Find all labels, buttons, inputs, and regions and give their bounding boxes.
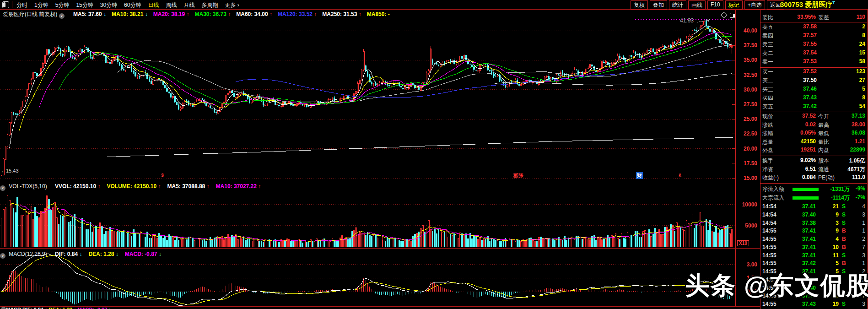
tick-row-2[interactable]: 14:5437.383S1: [760, 220, 867, 228]
menu-item-9[interactable]: 多周期: [201, 1, 218, 9]
info-label-2: 最低: [818, 130, 829, 137]
buy-row-5[interactable]: 买五37.4254: [760, 103, 867, 112]
tick-time: 14:55: [762, 236, 776, 242]
info-row-5[interactable]: 换手9.02%股本1.05亿: [760, 157, 867, 165]
tick-price: 37.41: [802, 203, 816, 210]
tick-count: 1: [862, 228, 865, 234]
flow-row-0[interactable]: 净流入额-1331万-9%: [760, 185, 867, 194]
flow-pct: -7%: [856, 194, 865, 201]
flow-value: -1114万: [831, 194, 850, 202]
tick-row-4[interactable]: 14:5537.414B2: [760, 236, 867, 244]
buy-volume: 123: [856, 68, 865, 75]
up-arrow-icon: ↑: [205, 183, 209, 190]
axis-tick-label: 35.00: [744, 57, 757, 63]
buy-row-3[interactable]: 买三37.465: [760, 86, 867, 94]
buy-row-2[interactable]: 买二37.5027: [760, 77, 867, 86]
toolbar-button-2[interactable]: 统计: [669, 0, 686, 10]
axis-tick-label: 20.00: [744, 146, 757, 152]
chart-marker-2[interactable]: 财: [636, 172, 643, 179]
tick-volume: 5: [836, 260, 839, 266]
info-label-2: 内盘: [818, 146, 829, 154]
indicator-value-0: VVOL: 42150.10 ↑: [55, 183, 100, 190]
info-row-3[interactable]: 总量42150量比1.21: [760, 138, 867, 146]
menu-item-7[interactable]: 周线: [166, 1, 177, 9]
down-arrow-icon: ↓: [78, 251, 82, 257]
menu-item-0[interactable]: 分时: [16, 1, 27, 9]
menu-item-2[interactable]: 5分钟: [55, 1, 70, 9]
volume-chart-canvas[interactable]: [0, 182, 735, 248]
chart-marker-1[interactable]: 猴张: [513, 172, 523, 179]
info-label-1: 涨幅: [762, 130, 773, 137]
sell-label: 卖二: [762, 49, 773, 57]
menu-item-10[interactable]: 更多 ›: [225, 1, 239, 9]
info-value-2: 36.08: [852, 130, 865, 136]
toolbar-button-6[interactable]: +自选: [744, 0, 765, 10]
menu-item-5[interactable]: 60分钟: [124, 1, 141, 9]
sell-row-1[interactable]: 卖一37.5358: [760, 58, 867, 67]
info-label-2: 最高: [818, 121, 829, 129]
tick-side: S: [842, 220, 846, 226]
info-row-6[interactable]: 净资6.51流通4671万: [760, 166, 867, 174]
down-arrow-icon: ↓: [157, 251, 161, 257]
tick-row-5[interactable]: 14:5537.4110B7: [760, 244, 867, 252]
buy-label: 买三: [762, 86, 773, 93]
axis-tick-label: 10000: [742, 201, 757, 208]
tick-price: 37.41: [802, 244, 816, 250]
chart-marker-3[interactable]: ŝ: [679, 173, 681, 178]
clipped-fragment-0: MACD.DIF: 0.84: [6, 307, 43, 309]
vol-indicator-icon[interactable]: ∨: [0, 185, 5, 191]
weibi-row[interactable]: 委比33.95%委差110: [760, 14, 867, 22]
axis-tick-label: 40.00: [744, 27, 757, 34]
menu-item-3[interactable]: 15分钟: [76, 1, 93, 9]
tick-side: S: [842, 252, 846, 259]
window-icon[interactable]: [2, 1, 9, 8]
buy-label: 买二: [762, 77, 773, 85]
vol-indicator-title: VOL-TDX(5,10): [9, 183, 47, 190]
menu-item-8[interactable]: 月线: [183, 1, 194, 9]
info-row-7[interactable]: 收益(-)0.084PE(动)111.0: [760, 174, 867, 182]
down-arrow-icon: ↓: [114, 251, 118, 257]
menu-item-1[interactable]: 1分钟: [34, 1, 49, 9]
buy-label: 买五: [762, 103, 773, 111]
weibi-value: 33.95%: [797, 14, 816, 20]
tick-row-7[interactable]: 14:5537.425B1: [760, 260, 867, 268]
sell-row-4[interactable]: 卖四37.578: [760, 32, 867, 41]
toolbar-button-0[interactable]: 复权: [631, 0, 648, 10]
tick-time: 14:55: [762, 244, 776, 250]
tick-row-3[interactable]: 14:5537.419B1: [760, 228, 867, 236]
main-chart-canvas[interactable]: [0, 10, 735, 182]
info-row-4[interactable]: 外盘19251内盘22899: [760, 146, 867, 155]
buy-row-1[interactable]: 买一37.52123: [760, 68, 867, 77]
info-row-0[interactable]: 现价37.52今开37.13: [760, 113, 867, 121]
chart-marker-0[interactable]: ŝ: [161, 172, 164, 178]
sell-row-2[interactable]: 卖二37.5415: [760, 49, 867, 58]
info-row-1[interactable]: 涨跌0.02最高38.00: [760, 121, 867, 130]
stock-flag: T: [832, 0, 835, 5]
toolbar-button-1[interactable]: 叠加: [650, 0, 667, 10]
toolbar-button-5[interactable]: 标记: [725, 0, 743, 10]
info-label-2: PE(动): [818, 174, 835, 182]
toolbar-button-4[interactable]: F10: [707, 0, 723, 10]
tick-row-6[interactable]: 14:5537.4111S3: [760, 252, 867, 260]
sell-label: 卖一: [762, 58, 773, 66]
toolbar-button-3[interactable]: 画线: [688, 0, 706, 10]
tick-row-1[interactable]: 14:5437.409S3: [760, 211, 867, 220]
macd-indicator-icon[interactable]: ∨: [0, 253, 5, 259]
axis-tick-label: 5000: [745, 222, 757, 229]
sell-price: 37.53: [803, 58, 817, 65]
sell-row-5[interactable]: 卖五37.582: [760, 23, 867, 32]
info-label-2: 股本: [818, 157, 829, 165]
menu-item-4[interactable]: 30分钟: [100, 1, 117, 9]
info-row-2[interactable]: 涨幅0.05%最低36.08: [760, 130, 867, 138]
macd-chart-canvas[interactable]: [0, 250, 735, 306]
trading-terminal: 分时1分钟5分钟15分钟30分钟60分钟日线周线月线多周期更多 › 复权叠加统计…: [0, 0, 868, 309]
flow-row-1[interactable]: 大宗流入-1114万-7%: [760, 194, 867, 203]
sell-row-3[interactable]: 卖三37.5524: [760, 41, 867, 49]
buy-price: 37.42: [803, 103, 817, 109]
buy-row-4[interactable]: 买四37.438: [760, 94, 867, 103]
tick-price: 37.40: [802, 211, 816, 218]
menu-item-6[interactable]: 日线: [148, 1, 159, 9]
buy-volume: 5: [862, 86, 865, 92]
buy-price: 37.43: [803, 94, 817, 101]
tick-row-0[interactable]: 14:5437.4121S4: [760, 203, 867, 211]
